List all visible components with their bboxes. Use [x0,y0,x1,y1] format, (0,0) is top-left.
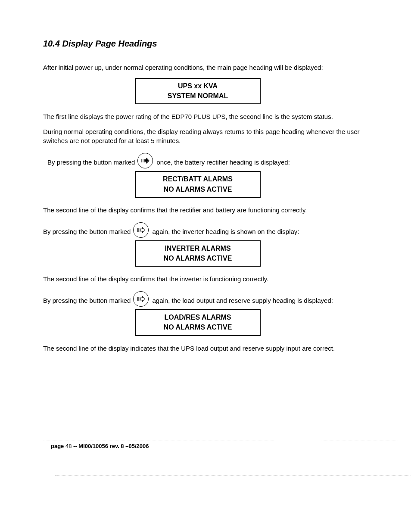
body-paragraph: During normal operating conditions, the … [43,127,370,145]
lcd-display-2: RECT/BATT ALARMS NO ALARMS ACTIVE [135,171,261,197]
document-page: 10.4 Display Page Headings After initial… [0,0,411,532]
footer-rule-top [43,441,398,441]
forward-arrow-button-icon [137,153,153,168]
body-paragraph: The second line of the display confirms … [43,274,370,283]
lcd-line: NO ALARMS ACTIVE [137,184,258,194]
press-button-row-3: By pressing the button marked again, the… [43,291,370,307]
lcd-line: INVERTER ALARMS [137,243,258,253]
footer-rule-bottom [55,476,411,476]
forward-arrow-button-icon [133,291,149,307]
press-text-pre: By pressing the button marked [43,158,135,168]
lcd-line: UPS xx KVA [137,81,258,91]
press-button-row-1: By pressing the button marked once, the … [43,153,370,168]
lcd-display-3: INVERTER ALARMS NO ALARMS ACTIVE [135,240,261,267]
press-text-pre: By pressing the button marked [43,227,131,238]
forward-arrow-button-icon [133,222,149,238]
lcd-line: SYSTEM NORMAL [137,91,258,101]
lcd-display-1: UPS xx KVA SYSTEM NORMAL [135,78,261,104]
press-text-pre: By pressing the button marked [43,296,131,307]
page-footer: page 48 -- MI00/10056 rev. 8 –05/2006 [43,441,398,476]
footer-page-number: 48 [65,443,72,449]
press-text-post: once, the battery rectifier heading is d… [156,158,290,168]
footer-doc-ref: -- MI00/10056 rev. 8 –05/2006 [72,443,149,449]
press-button-row-2: By pressing the button marked again, the… [43,222,370,238]
press-text-post: again, the load output and reserve suppl… [152,296,333,307]
lcd-line: NO ALARMS ACTIVE [137,322,258,332]
intro-paragraph: After initial power up, under normal ope… [43,63,370,72]
body-paragraph: The second line of the display confirms … [43,205,370,215]
body-paragraph: The second line of the display indicates… [43,344,370,353]
footer-text: page 48 -- MI00/10056 rev. 8 –05/2006 [43,441,398,452]
body-paragraph: The first line displays the power rating… [43,112,370,121]
lcd-line: NO ALARMS ACTIVE [137,253,258,263]
section-heading: 10.4 Display Page Headings [43,39,370,49]
lcd-line: LOAD/RES ALARMS [137,312,258,322]
footer-page-label: page [51,443,65,449]
lcd-line: RECT/BATT ALARMS [137,174,258,184]
press-text-post: again, the inverter heading is shown on … [152,227,299,238]
lcd-display-4: LOAD/RES ALARMS NO ALARMS ACTIVE [135,309,261,336]
